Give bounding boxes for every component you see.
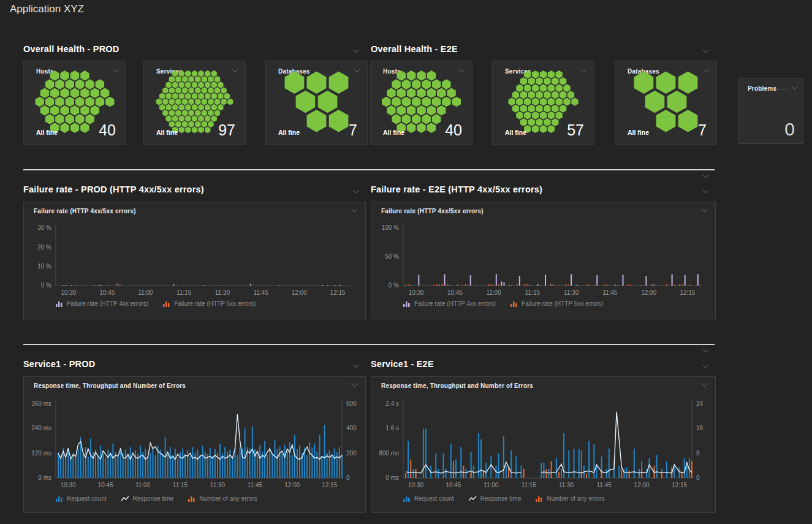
svg-text:11:15: 11:15 (176, 289, 192, 296)
bars-legend-icon (56, 301, 63, 307)
svg-text:11:15: 11:15 (173, 482, 188, 488)
chevron-down-icon[interactable] (701, 381, 708, 388)
panel-service-e2e[interactable]: Response time, Throughput and Number of … (371, 376, 716, 513)
status-label: All fine (628, 129, 649, 136)
legend-item: Number of any errors (188, 495, 257, 502)
svg-text:10 %: 10 % (37, 263, 51, 270)
chevron-down-icon[interactable] (701, 207, 708, 213)
tile-databases-e2e[interactable]: Databases All fine 7 (615, 61, 717, 145)
svg-text:24: 24 (696, 400, 704, 407)
tile-services-e2e[interactable]: Services All fine 57 (492, 61, 594, 145)
section-title-service-e2e: Service1 - E2E (371, 359, 434, 369)
chevron-down-icon[interactable] (353, 362, 360, 369)
svg-text:20 %: 20 % (37, 244, 51, 251)
tile-services-prod[interactable]: Services All fine 97 (143, 61, 246, 145)
section-title-failure-prod: Failure rate - PROD (HTTP 4xx/5xx errors… (23, 184, 204, 194)
svg-text:0: 0 (696, 474, 700, 481)
svg-text:10:45: 10:45 (447, 289, 463, 296)
svg-text:1.6 s: 1.6 s (385, 425, 399, 431)
svg-text:12:15: 12:15 (680, 289, 695, 296)
svg-text:11:15: 11:15 (522, 482, 537, 488)
tile-problems[interactable]: Problems 0 (738, 78, 803, 144)
panel-title: Response time, Throughput and Number of … (34, 382, 186, 389)
failure-e2e-chart[interactable]: 0 %50 %100 %10:3010:4511:0011:1511:3011:… (371, 218, 715, 319)
svg-text:10:30: 10:30 (61, 482, 76, 488)
bars-legend-icon (403, 496, 411, 502)
bars-legend-icon (188, 496, 195, 502)
svg-text:10:30: 10:30 (408, 482, 423, 488)
legend-item: Response time (121, 495, 174, 502)
status-label: All fine (383, 129, 404, 136)
chevron-down-icon[interactable] (702, 347, 709, 354)
svg-text:800 ms: 800 ms (379, 450, 399, 457)
svg-text:12:00: 12:00 (292, 289, 307, 296)
svg-text:11:30: 11:30 (215, 289, 230, 296)
svg-text:11:45: 11:45 (248, 482, 263, 488)
svg-text:200: 200 (346, 450, 357, 457)
legend-item: Failure rate (HTTP 4xx errors) (56, 300, 148, 307)
chevron-down-icon[interactable] (702, 47, 709, 54)
chevron-down-icon[interactable] (702, 362, 709, 369)
svg-text:11:00: 11:00 (138, 289, 153, 296)
service-e2e-chart[interactable]: 0 ms800 ms1.6 s2.4 s08162410:3010:4511:0… (371, 393, 715, 512)
svg-text:11:45: 11:45 (597, 482, 612, 488)
svg-text:30 %: 30 % (37, 224, 51, 231)
panel-title: Failure rate (HTTP 4xx/5xx errors) (34, 208, 136, 215)
chevron-down-icon[interactable] (702, 188, 709, 194)
chevron-down-icon[interactable] (702, 172, 709, 179)
section-divider (23, 169, 715, 170)
panel-title: Failure rate (HTTP 4xx/5xx errors) (381, 208, 484, 215)
service-prod-chart[interactable]: 0 ms120 ms240 ms360 ms020040060010:3010:… (24, 393, 365, 512)
svg-text:10:30: 10:30 (409, 289, 424, 296)
section-title-service-prod: Service1 - PROD (23, 359, 95, 369)
bars-legend-icon (403, 301, 411, 307)
bars-legend-icon (510, 301, 518, 307)
chevron-down-icon[interactable] (353, 188, 360, 194)
problems-count: 0 (784, 119, 795, 140)
svg-text:11:00: 11:00 (135, 482, 151, 488)
bars-legend-icon (163, 301, 170, 307)
legend-item: Request count (403, 495, 454, 502)
svg-text:10:30: 10:30 (61, 289, 76, 296)
count-value: 7 (349, 121, 357, 139)
failure-prod-chart[interactable]: 0 %10 %20 %30 %10:3010:4511:0011:1511:30… (24, 218, 365, 319)
legend-item: Failure rate (HTTP 5xx errors) (163, 300, 256, 307)
svg-text:11:45: 11:45 (253, 289, 268, 296)
svg-text:0 %: 0 % (41, 282, 51, 289)
section-title-failure-e2e: Failure rate - E2E (HTTP 4xx/5xx errors) (371, 184, 542, 194)
dashboard: Application XYZ Overall Health - PROD Ov… (0, 0, 812, 524)
svg-text:600: 600 (346, 400, 357, 407)
count-value: 7 (698, 121, 707, 139)
panel-service-prod[interactable]: Response time, Throughput and Number of … (23, 376, 366, 513)
tile-hosts-e2e[interactable]: Hosts All fine 40 (370, 61, 472, 145)
bars-legend-icon (536, 496, 543, 502)
svg-text:11:00: 11:00 (486, 289, 501, 296)
chevron-down-icon[interactable] (353, 47, 360, 54)
svg-text:12:00: 12:00 (284, 482, 300, 488)
svg-text:0 ms: 0 ms (38, 474, 51, 481)
tile-hosts-prod[interactable]: Hosts All fine 40 (23, 61, 126, 145)
chart-legend: Request countResponse timeNumber of any … (403, 495, 605, 502)
svg-text:11:30: 11:30 (559, 482, 574, 488)
legend-item: Failure rate (HTTP 4xx errors) (403, 300, 496, 307)
status-label: All fine (36, 129, 58, 136)
svg-text:12:00: 12:00 (641, 289, 656, 296)
svg-text:11:45: 11:45 (602, 289, 618, 296)
tile-databases-prod[interactable]: Databases All fine 7 (265, 61, 368, 145)
svg-text:400: 400 (346, 425, 357, 431)
bars-legend-icon (56, 496, 63, 502)
section-divider (23, 344, 715, 345)
page-title: Application XYZ (10, 3, 84, 15)
count-value: 40 (445, 121, 462, 139)
svg-text:120 ms: 120 ms (31, 450, 51, 457)
svg-text:2.4 s: 2.4 s (385, 400, 399, 407)
legend-item: Number of any errors (536, 495, 604, 502)
svg-text:12:15: 12:15 (322, 482, 337, 488)
svg-text:100 %: 100 % (382, 224, 399, 231)
panel-failure-prod[interactable]: Failure rate (HTTP 4xx/5xx errors) 0 %10… (23, 202, 366, 319)
chevron-down-icon[interactable] (791, 84, 798, 91)
legend-item: Failure rate (HTTP 5xx errors) (510, 300, 603, 307)
chevron-down-icon[interactable] (351, 381, 358, 388)
chevron-down-icon[interactable] (351, 207, 358, 213)
panel-failure-e2e[interactable]: Failure rate (HTTP 4xx/5xx errors) 0 %50… (371, 202, 716, 319)
